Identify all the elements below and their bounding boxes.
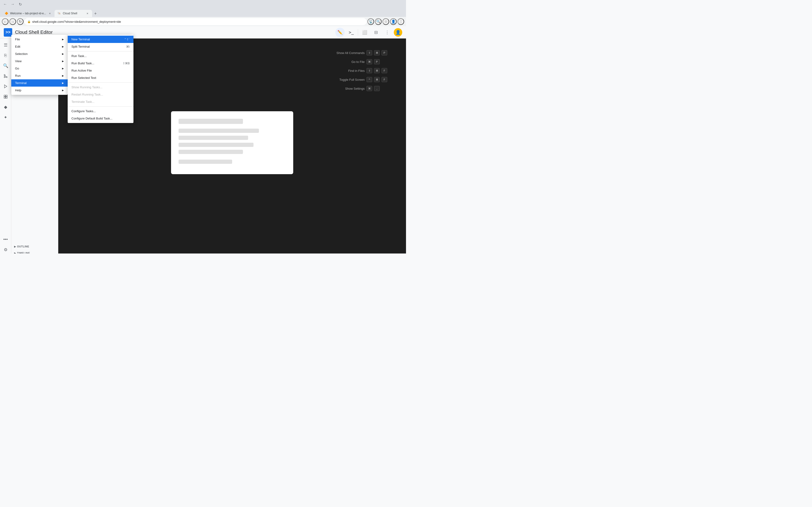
submenu-run-selected-text[interactable]: Run Selected Text [68, 74, 134, 81]
menu-item-go-label: Go [15, 67, 62, 70]
submenu-run-task[interactable]: Run Task... [68, 52, 134, 60]
submenu-new-terminal-label: New Terminal [71, 38, 120, 41]
submenu-new-terminal-shortcut: ⌃⇧` [124, 38, 130, 41]
menu-item-edit[interactable]: Edit ▶ [11, 43, 68, 50]
submenu-run-selected-text-label: Run Selected Text [71, 76, 126, 79]
submenu-restart-running-task: Restart Running Task... [68, 91, 134, 98]
menu-item-selection[interactable]: Selection ▶ [11, 50, 68, 58]
menu-overlay[interactable]: File ▶ Edit ▶ Selection ▶ View ▶ Go ▶ Ru… [0, 0, 406, 253]
menu-chevron-run: ▶ [62, 74, 64, 77]
submenu-show-running-tasks-label: Show Running Tasks... [71, 86, 130, 89]
menu-item-edit-label: Edit [15, 45, 62, 48]
menu-item-help-label: Help [15, 89, 62, 92]
submenu-run-active-file[interactable]: Run Active File [68, 67, 134, 74]
menu-chevron-terminal: ▶ [62, 82, 64, 84]
submenu-split-terminal-shortcut: ⌘\ [126, 45, 130, 48]
submenu-terminate-task-label: Terminate Task... [71, 100, 130, 104]
submenu-configure-default-build-label: Configure Default Build Task... [71, 117, 130, 120]
menu-chevron-help: ▶ [62, 89, 64, 92]
menu-item-file-label: File [15, 38, 62, 41]
menu-item-terminal[interactable]: Terminal ▶ [11, 79, 68, 87]
submenu-split-terminal[interactable]: Split Terminal ⌘\ [68, 43, 134, 50]
menu-chevron-edit: ▶ [62, 45, 64, 48]
submenu-configure-default-build[interactable]: Configure Default Build Task... [68, 115, 134, 122]
terminal-submenu: New Terminal ⌃⇧` Split Terminal ⌘\ Run T… [68, 35, 134, 123]
submenu-new-terminal[interactable]: New Terminal ⌃⇧` [68, 36, 134, 43]
submenu-run-active-file-label: Run Active File [71, 69, 126, 72]
submenu-run-build-task-shortcut: ⇧⌘B [123, 62, 130, 65]
submenu-split-terminal-label: Split Terminal [71, 45, 122, 48]
submenu-run-build-task-label: Run Build Task... [71, 61, 119, 65]
menu-chevron-file: ▶ [62, 38, 64, 41]
submenu-terminate-task: Terminate Task... [68, 98, 134, 105]
submenu-configure-tasks-label: Configure Tasks... [71, 109, 130, 113]
submenu-restart-running-task-label: Restart Running Task... [71, 93, 130, 96]
menu-item-run[interactable]: Run ▶ [11, 72, 68, 79]
menu-item-view-label: View [15, 59, 62, 63]
menu-item-selection-label: Selection [15, 52, 62, 56]
menu-chevron-view: ▶ [62, 60, 64, 62]
menu-item-run-label: Run [15, 74, 62, 77]
menu-item-go[interactable]: Go ▶ [11, 65, 68, 72]
submenu-show-running-tasks: Show Running Tasks... [68, 83, 134, 91]
main-menu: File ▶ Edit ▶ Selection ▶ View ▶ Go ▶ Ru… [11, 35, 68, 95]
submenu-divider-3 [68, 106, 134, 107]
menu-item-view[interactable]: View ▶ [11, 58, 68, 65]
menu-chevron-go: ▶ [62, 67, 64, 70]
submenu-run-task-label: Run Task... [71, 54, 126, 58]
submenu-configure-tasks[interactable]: Configure Tasks... [68, 108, 134, 115]
menu-item-help[interactable]: Help ▶ [11, 87, 68, 94]
menu-item-file[interactable]: File ▶ [11, 36, 68, 43]
submenu-run-build-task[interactable]: Run Build Task... ⇧⌘B [68, 60, 134, 67]
menu-item-terminal-label: Terminal [15, 81, 62, 85]
menu-chevron-selection: ▶ [62, 53, 64, 55]
